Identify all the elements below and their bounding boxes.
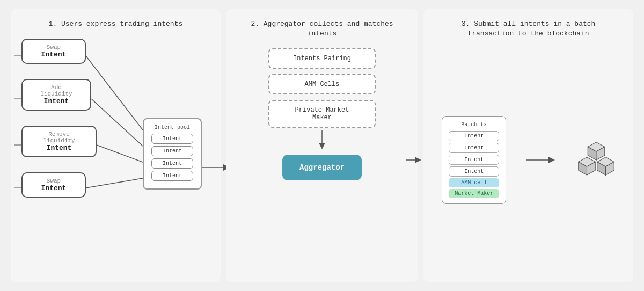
section-1: 1. Users express trading intents Swap In… bbox=[11, 9, 221, 282]
cubes-svg bbox=[577, 141, 615, 179]
batch-intent-3: Intent bbox=[449, 155, 499, 165]
section-3: 3. Submit all intents in a batchtransact… bbox=[423, 9, 633, 282]
batch-intent-2: Intent bbox=[449, 143, 499, 153]
batch-block: Batch tx Intent Intent Intent Intent AMM… bbox=[442, 116, 506, 204]
section-3-inner: Batch tx Intent Intent Intent Intent AMM… bbox=[432, 48, 625, 272]
svg-marker-13 bbox=[415, 157, 421, 163]
intent-pool: Intent pool Intent Intent Intent Intent bbox=[143, 118, 202, 190]
section-2: 2. Aggregator collects and matches inten… bbox=[226, 9, 418, 282]
private-market-maker-box: Private Market Maker bbox=[268, 100, 376, 128]
down-arrow bbox=[317, 130, 327, 149]
aggregator-right-arrow bbox=[406, 155, 421, 165]
batch-to-blockchain-arrow bbox=[526, 152, 558, 168]
svg-marker-15 bbox=[548, 157, 555, 163]
blockchain-icon bbox=[577, 141, 615, 179]
batch-intent-4: Intent bbox=[449, 166, 499, 177]
section-3-title: 3. Submit all intents in a batchtransact… bbox=[462, 19, 596, 39]
intent-pool-label: Intent pool bbox=[151, 125, 193, 130]
batch-label: Batch tx bbox=[449, 122, 499, 128]
pool-intent-3: Intent bbox=[151, 158, 193, 169]
section-2-title: 2. Aggregator collects and matches inten… bbox=[235, 19, 409, 39]
aggregator-label: Aggregator bbox=[299, 163, 345, 172]
svg-marker-11 bbox=[319, 143, 325, 149]
section-2-inner: Intents Pairing AMM Cells Private Market… bbox=[235, 48, 409, 272]
intents-pairing-label: Intents Pairing bbox=[293, 55, 351, 62]
amm-cells-box: AMM Cells bbox=[268, 74, 376, 94]
intents-pairing-box: Intents Pairing bbox=[268, 48, 376, 69]
pool-intent-2: Intent bbox=[151, 146, 193, 156]
market-maker: Market Maker bbox=[449, 189, 499, 198]
pool-intent-1: Intent bbox=[151, 134, 193, 144]
svg-line-5 bbox=[91, 99, 143, 146]
svg-line-6 bbox=[97, 145, 143, 162]
section-1-title: 1. Users express trading intents bbox=[49, 19, 183, 29]
pool-intent-4: Intent bbox=[151, 171, 193, 181]
svg-line-4 bbox=[86, 56, 143, 130]
section-1-inner: Swap Intent Add liquidity Intent Remove … bbox=[19, 39, 212, 272]
aggregator-box: Aggregator bbox=[282, 155, 362, 180]
amm-cells-label: AMM Cells bbox=[305, 81, 340, 88]
batch-intent-1: Intent bbox=[449, 131, 499, 141]
private-market-maker-label: Private Market Maker bbox=[295, 106, 349, 121]
diagram-container: 1. Users express trading intents Swap In… bbox=[11, 9, 633, 282]
svg-line-7 bbox=[86, 178, 143, 188]
amm-cell: AMM cell bbox=[449, 178, 499, 187]
